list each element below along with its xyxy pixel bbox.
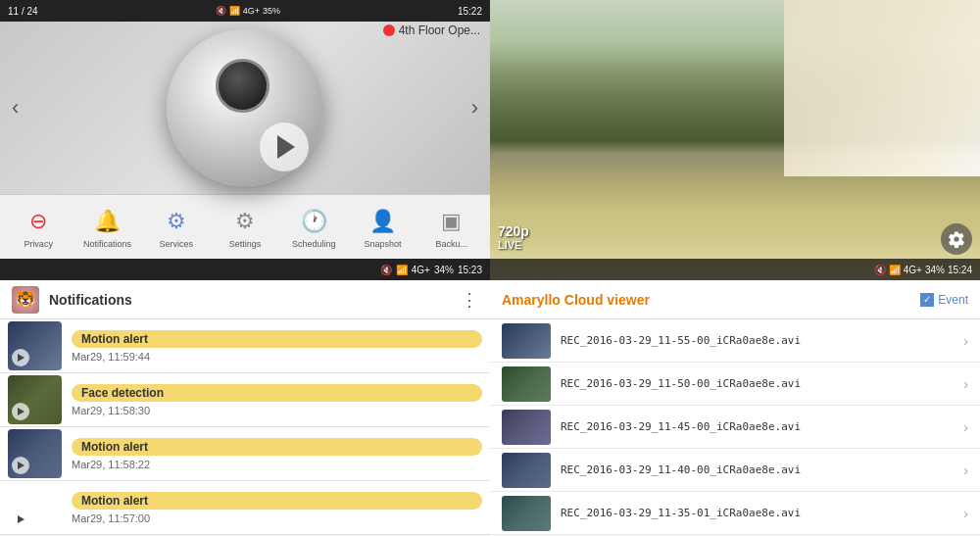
notification-thumbnail-4 xyxy=(8,483,62,532)
cloud-viewer-panel: Amaryllo Cloud viewer ✓ Event REC_2016-0… xyxy=(490,280,980,536)
notifications-header: 🐯 Notifications ⋮ xyxy=(0,280,490,319)
nav-label-snapshot: Snapshot xyxy=(365,239,402,249)
notification-content-2: Face detection Mar29, 11:58:30 xyxy=(72,384,482,416)
notifications-title: Notifications xyxy=(49,292,451,308)
status-icons-left: 🔇 📶 4G+ 35% xyxy=(216,6,280,16)
cloud-file-item-4[interactable]: REC_2016-03-29_11-40-00_iCRa0ae8e.avi › xyxy=(490,449,980,492)
cloud-thumbnail-1 xyxy=(502,323,551,359)
nav-item-settings[interactable]: ⚙ Settings xyxy=(211,206,279,249)
gear-icon xyxy=(948,230,965,248)
cloud-file-item-3[interactable]: REC_2016-03-29_11-45-00_iCRa0ae8e.avi › xyxy=(490,406,980,449)
cloud-filename-3: REC_2016-03-29_11-45-00_iCRa0ae8e.avi xyxy=(561,420,954,433)
frame-counter: 11 / 24 xyxy=(8,6,38,17)
cloud-thumbnail-2 xyxy=(502,366,551,402)
play-triangle-icon xyxy=(277,135,295,159)
network-sub: 4G+ xyxy=(412,265,430,275)
cloud-file-item-2[interactable]: REC_2016-03-29_11-50-00_iCRa0ae8e.avi › xyxy=(490,363,980,406)
notifications-list: Motion alert Mar29, 11:59:44 Face detect… xyxy=(0,319,490,536)
scheduling-icon: 🕐 xyxy=(298,206,329,237)
notification-time-2: Mar29, 11:58:30 xyxy=(72,405,482,416)
nav-item-backup[interactable]: ▣ Backu... xyxy=(417,206,486,249)
backup-icon: ▣ xyxy=(436,206,467,237)
notification-thumbnail-2 xyxy=(8,375,62,424)
notification-item-3[interactable]: Motion alert Mar29, 11:58:22 xyxy=(0,427,490,481)
notification-item-2[interactable]: Face detection Mar29, 11:58:30 xyxy=(0,373,490,427)
nav-item-notifications[interactable]: 🔔 Notifications xyxy=(73,206,141,249)
notification-content-3: Motion alert Mar29, 11:58:22 xyxy=(72,438,482,470)
network-rb: 4G+ xyxy=(904,265,922,275)
services-icon: ⚙ xyxy=(161,206,192,237)
statusbar-left: 11 / 24 🔇 📶 4G+ 35% 15:22 xyxy=(0,0,490,22)
privacy-icon: ⊖ xyxy=(23,206,54,237)
network-type: 4G+ xyxy=(243,6,260,16)
notification-time-3: Mar29, 11:58:22 xyxy=(72,459,482,470)
camera-device-image xyxy=(167,29,323,186)
notification-thumbnail-3 xyxy=(8,429,62,478)
camera-name: 4th Floor Ope... xyxy=(399,24,480,37)
camera-lens xyxy=(216,59,270,113)
event-label: Event xyxy=(938,293,968,307)
notification-content-4: Motion alert Mar29, 11:57:00 xyxy=(72,492,482,524)
camera-title-bar: 4th Floor Ope... xyxy=(383,24,480,37)
nav-label-services: Services xyxy=(159,239,193,249)
cloud-viewer-title: Amaryllo Cloud viewer xyxy=(502,292,650,308)
event-filter-button[interactable]: ✓ Event xyxy=(920,293,968,307)
notifications-panel: 🐯 Notifications ⋮ Motion alert Mar29, 11… xyxy=(0,280,490,536)
record-indicator xyxy=(383,24,395,36)
thumb-play-icon-2 xyxy=(12,403,29,420)
notification-time-1: Mar29, 11:59:44 xyxy=(72,351,482,363)
event-checkbox-icon: ✓ xyxy=(920,293,934,307)
cloud-filename-5: REC_2016-03-29_11-35-01_iCRa0ae8e.avi xyxy=(561,507,954,519)
battery-level: 35% xyxy=(263,6,280,16)
nav-label-backup: Backu... xyxy=(436,239,468,249)
signal-icon: 📶 xyxy=(229,6,240,16)
cloud-file-item-1[interactable]: REC_2016-03-29_11-55-00_iCRa0ae8e.avi › xyxy=(490,319,980,363)
cloud-filename-1: REC_2016-03-29_11-55-00_iCRa0ae8e.avi xyxy=(561,334,954,347)
cloud-chevron-2: › xyxy=(963,376,968,392)
mute-icon-sub: 🔇 xyxy=(380,265,392,275)
left-camera-panel: 11 / 24 🔇 📶 4G+ 35% 15:22 4th Floor Ope.… xyxy=(0,0,490,280)
thumb-play-icon-3 xyxy=(12,457,29,474)
nav-item-privacy[interactable]: ⊖ Privacy xyxy=(4,206,73,249)
resolution-text: 720p xyxy=(498,223,529,239)
play-button[interactable] xyxy=(260,122,309,171)
cloud-chevron-5: › xyxy=(963,506,968,521)
time-rb: 15:24 xyxy=(948,265,972,275)
cloud-chevron-1: › xyxy=(963,333,968,349)
cloud-thumbnail-4 xyxy=(502,453,551,488)
signal-icon-rb: 📶 xyxy=(889,265,901,275)
cloud-chevron-3: › xyxy=(963,419,968,435)
nav-label-privacy: Privacy xyxy=(24,239,53,249)
time-sub: 15:23 xyxy=(458,265,482,275)
nav-bar: ⊖ Privacy 🔔 Notifications ⚙ Services ⚙ S… xyxy=(0,194,490,259)
motion-alert-badge-1: Motion alert xyxy=(72,330,482,348)
mute-icon: 🔇 xyxy=(216,6,226,16)
cloud-file-item-5[interactable]: REC_2016-03-29_11-35-01_iCRa0ae8e.avi › xyxy=(490,492,980,535)
cloud-chevron-4: › xyxy=(963,463,968,478)
notifications-menu-button[interactable]: ⋮ xyxy=(461,289,478,311)
prev-camera-button[interactable]: ‹ xyxy=(4,91,26,124)
camera-view-left[interactable]: 4th Floor Ope... ‹ › xyxy=(0,22,490,194)
window-light xyxy=(784,0,980,176)
cloud-viewer-header: Amaryllo Cloud viewer ✓ Event xyxy=(490,280,980,319)
signal-icon-sub: 📶 xyxy=(396,265,408,275)
notification-content-1: Motion alert Mar29, 11:59:44 xyxy=(72,330,482,363)
notification-item-1[interactable]: Motion alert Mar29, 11:59:44 xyxy=(0,319,490,373)
nav-item-snapshot[interactable]: 👤 Snapshot xyxy=(348,206,416,249)
motion-alert-badge-3: Motion alert xyxy=(72,438,482,456)
battery-sub: 34% xyxy=(434,265,454,275)
camera-settings-button[interactable] xyxy=(941,223,972,255)
camera-feed-live[interactable]: 720p LIVE xyxy=(490,0,980,280)
statusbar-sub: 🔇 📶 4G+ 34% 15:23 xyxy=(0,259,490,280)
snapshot-icon: 👤 xyxy=(368,206,399,237)
next-camera-button[interactable]: › xyxy=(464,91,486,124)
notification-item-4[interactable]: Motion alert Mar29, 11:57:00 xyxy=(0,481,490,535)
nav-item-services[interactable]: ⚙ Services xyxy=(142,206,211,249)
settings-icon: ⚙ xyxy=(229,206,261,237)
notification-thumbnail-1 xyxy=(8,321,62,370)
nav-item-scheduling[interactable]: 🕐 Scheduling xyxy=(279,206,348,249)
live-text: LIVE xyxy=(498,239,529,251)
motion-alert-badge-4: Motion alert xyxy=(72,492,482,510)
app-logo: 🐯 xyxy=(12,286,39,314)
notifications-icon: 🔔 xyxy=(91,206,122,237)
